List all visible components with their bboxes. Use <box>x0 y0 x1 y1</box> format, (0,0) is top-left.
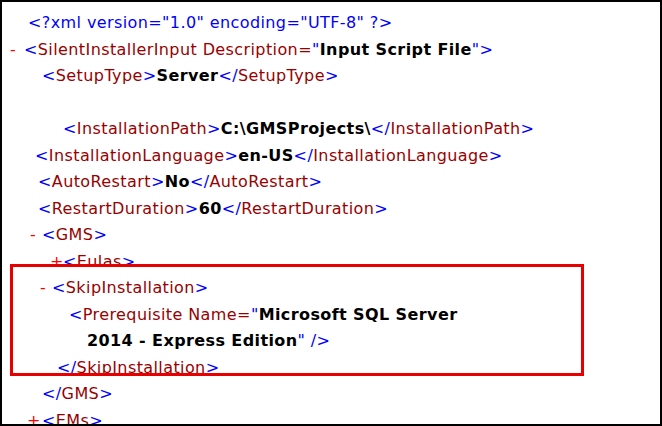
xml-token-tag: SkipInstallation <box>77 358 206 377</box>
xml-line-content: <SilentInstallerInput Description="Input… <box>24 37 493 64</box>
xml-token-tag: SetupType <box>238 66 325 85</box>
xml-token-pi: <?xml version="1.0" encoding="UTF-8" ?> <box>28 13 393 32</box>
xml-token-tag: SilentInstallerInput <box>38 40 197 59</box>
xml-line-content: <Eulas> <box>63 249 135 276</box>
xml-token-punct: </ <box>294 146 314 165</box>
xml-token-tag: EMs <box>56 411 89 426</box>
xml-token-value: C:\GMSProjects\ <box>221 119 371 138</box>
xml-line-content: <GMS> <box>42 222 107 249</box>
xml-token-tag: AutoRestart <box>209 172 308 191</box>
xml-token-tag: InstallationLanguage <box>49 146 225 165</box>
xml-token-tag: GMS <box>56 225 94 244</box>
xml-token-value: Microsoft SQL Server <box>259 305 458 324</box>
xml-token-tag: Eulas <box>77 252 122 271</box>
xml-token-value: No <box>165 172 190 191</box>
xml-line-12: <Prerequisite Name="Microsoft SQL Server <box>2 302 660 329</box>
xml-token-punct: > <box>195 278 209 297</box>
xml-line-content: </GMS> <box>42 381 113 408</box>
xml-token-punct: < <box>24 40 38 59</box>
xml-token-punct: > <box>89 411 103 426</box>
xml-token-punct: < <box>35 146 49 165</box>
xml-token-punct: </ <box>57 358 77 377</box>
xml-token-punct: " /> <box>298 331 331 350</box>
expand-toggle-icon[interactable]: + <box>50 249 64 276</box>
xml-line-content: <Prerequisite Name="Microsoft SQL Server <box>69 302 457 329</box>
xml-line-16: +<EMs> <box>2 408 660 426</box>
xml-line-4 <box>2 90 660 117</box>
xml-token-tag: RestartDuration <box>241 199 374 218</box>
xml-line-content: <SetupType>Server</SetupType> <box>42 63 339 90</box>
xml-token-punct: < <box>63 252 77 271</box>
xml-token-punct: > <box>374 199 388 218</box>
xml-token-attr: Description= <box>197 40 312 59</box>
xml-token-punct: > <box>143 66 157 85</box>
xml-line-11: -<SkipInstallation> <box>2 275 660 302</box>
xml-token-punct: "> <box>472 40 494 59</box>
xml-line-content: <EMs> <box>42 408 103 426</box>
xml-token-tag: SkipInstallation <box>66 278 195 297</box>
xml-token-punct: </ <box>42 384 62 403</box>
xml-token-punct: > <box>309 172 323 191</box>
xml-token-tag: AutoRestart <box>52 172 151 191</box>
xml-line-content: <InstallationLanguage>en-US</Installatio… <box>35 143 503 170</box>
xml-token-tag: InstallationPath <box>390 119 520 138</box>
xml-lines: <?xml version="1.0" encoding="UTF-8" ?>-… <box>2 2 660 426</box>
xml-line-14: </SkipInstallation> <box>2 355 660 382</box>
xml-line-15: </GMS> <box>2 381 660 408</box>
xml-token-punct: > <box>489 146 503 165</box>
collapse-toggle-icon[interactable]: - <box>40 275 46 302</box>
xml-token-value: Server <box>157 66 219 85</box>
xml-token-punct: > <box>325 66 339 85</box>
collapse-toggle-icon[interactable]: - <box>10 37 16 64</box>
xml-token-punct: > <box>122 252 136 271</box>
xml-line-content: 2014 - Express Edition" /> <box>87 328 330 355</box>
xml-token-punct: > <box>207 119 221 138</box>
xml-line-content: </SkipInstallation> <box>57 355 219 382</box>
xml-token-punct: < <box>42 411 56 426</box>
xml-line-10: +<Eulas> <box>2 249 660 276</box>
xml-line-2: -<SilentInstallerInput Description="Inpu… <box>2 37 660 64</box>
xml-token-tag: InstallationPath <box>77 119 207 138</box>
xml-token-punct: < <box>38 172 52 191</box>
xml-token-punct: < <box>63 119 77 138</box>
xml-token-attr: Name= <box>183 305 251 324</box>
xml-token-punct: </ <box>371 119 391 138</box>
xml-token-punct: > <box>151 172 165 191</box>
xml-line-6: <InstallationLanguage>en-US</Installatio… <box>2 143 660 170</box>
xml-token-punct: > <box>185 199 199 218</box>
xml-line-3: <SetupType>Server</SetupType> <box>2 63 660 90</box>
xml-token-punct: < <box>42 66 56 85</box>
xml-token-punct: </ <box>190 172 210 191</box>
xml-token-punct: > <box>99 384 113 403</box>
xml-token-value: Input Script File <box>320 40 472 59</box>
xml-token-punct: > <box>224 146 238 165</box>
xml-token-punct: < <box>42 225 56 244</box>
xml-line-7: <AutoRestart>No</AutoRestart> <box>2 169 660 196</box>
expand-toggle-icon[interactable]: + <box>27 408 41 426</box>
xml-line-1: <?xml version="1.0" encoding="UTF-8" ?> <box>2 10 660 37</box>
xml-line-content: <InstallationPath>C:\GMSProjects\</Insta… <box>63 116 534 143</box>
xml-token-tag: InstallationLanguage <box>313 146 489 165</box>
xml-line-13: 2014 - Express Edition" /> <box>2 328 660 355</box>
xml-token-punct: < <box>69 305 83 324</box>
collapse-toggle-icon[interactable]: - <box>30 222 36 249</box>
xml-token-punct: < <box>38 199 52 218</box>
xml-token-punct: </ <box>218 66 238 85</box>
xml-line-9: -<GMS> <box>2 222 660 249</box>
xml-line-content: <SkipInstallation> <box>52 275 209 302</box>
xml-token-punct: " <box>312 40 320 59</box>
xml-token-tag: Prerequisite <box>83 305 183 324</box>
xml-line-content: <AutoRestart>No</AutoRestart> <box>38 169 322 196</box>
xml-token-tag: GMS <box>62 384 100 403</box>
xml-token-value: 2014 - Express Edition <box>87 331 298 350</box>
xml-line-8: <RestartDuration>60</RestartDuration> <box>2 196 660 223</box>
xml-line-5: <InstallationPath>C:\GMSProjects\</Insta… <box>2 116 660 143</box>
xml-token-punct: > <box>206 358 220 377</box>
xml-token-value: en-US <box>238 146 293 165</box>
xml-line-content: <?xml version="1.0" encoding="UTF-8" ?> <box>28 10 393 37</box>
xml-token-punct: " <box>251 305 259 324</box>
xml-token-punct: > <box>93 225 107 244</box>
xml-token-punct: > <box>521 119 535 138</box>
xml-token-punct: </ <box>222 199 242 218</box>
xml-viewer: <?xml version="1.0" encoding="UTF-8" ?>-… <box>0 0 662 426</box>
